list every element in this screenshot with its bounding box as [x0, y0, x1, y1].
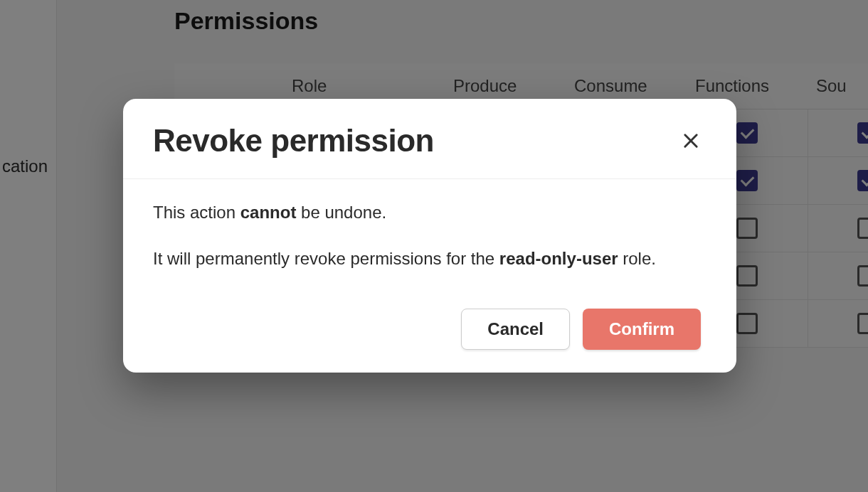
modal-title: Revoke permission: [153, 123, 434, 159]
close-button[interactable]: [675, 125, 706, 156]
modal-body: This action cannot be undone. It will pe…: [123, 179, 736, 303]
confirm-button[interactable]: Confirm: [583, 309, 701, 350]
modal-warning-line-1: This action cannot be undone.: [153, 199, 706, 225]
cancel-button[interactable]: Cancel: [461, 309, 570, 350]
close-icon: [681, 131, 701, 151]
modal-footer: Cancel Confirm: [123, 303, 736, 373]
modal-warning-line-2: It will permanently revoke permissions f…: [153, 245, 706, 272]
revoke-permission-modal: Revoke permission This action cannot be …: [123, 99, 736, 373]
modal-header: Revoke permission: [123, 99, 736, 179]
